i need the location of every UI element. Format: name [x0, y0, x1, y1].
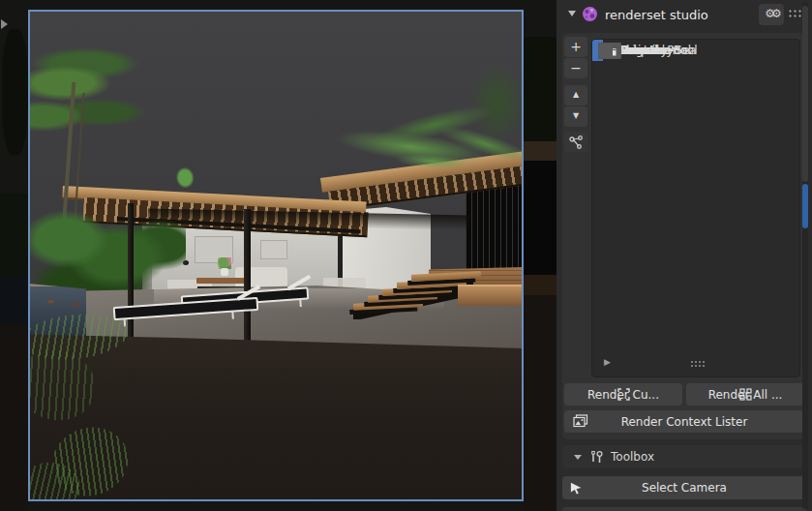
panel-title: renderset studio	[605, 8, 708, 22]
context-tools-icon[interactable]	[564, 132, 587, 152]
toolbox-label: Toolbox	[611, 450, 654, 464]
remove-context-button[interactable]: −	[564, 58, 587, 78]
viewport-region[interactable]	[0, 0, 556, 511]
passepartout-slat-wall-right	[524, 161, 556, 275]
add-context-button[interactable]: +	[564, 37, 587, 57]
render-context-row[interactable]: 35_Drone	[592, 40, 603, 61]
blender-window: renderset studio ⚙⚙ + − ▲ ▼	[0, 0, 812, 511]
render-context-list[interactable]: 01_Terrace 02_Street	[591, 39, 800, 377]
list-resize-grip-icon[interactable]	[690, 360, 705, 367]
settings-gears-icon[interactable]: ⚙⚙	[759, 4, 784, 25]
active-camera-border	[28, 10, 524, 501]
renderset-logo-icon	[582, 6, 598, 22]
cursor-arrow-icon	[570, 481, 584, 495]
render-context-lister-button[interactable]: Render Context Lister	[564, 410, 804, 433]
passepartout-planter-right	[524, 275, 556, 295]
passepartout-palm-left	[2, 29, 28, 155]
passepartout-roof-right	[524, 141, 556, 161]
render-all-button[interactable]: Render All ...	[686, 383, 804, 406]
tools-icon	[589, 450, 604, 465]
renderset-panel-body: + − ▲ ▼ 01_Terrace	[562, 33, 806, 439]
render-checkbox[interactable]	[598, 44, 613, 58]
move-up-button[interactable]: ▲	[564, 85, 587, 105]
passepartout-ground-left	[0, 323, 28, 511]
scrollbar-thumb-highlight[interactable]	[802, 184, 808, 228]
render-current-button[interactable]: Render Cu...	[564, 383, 682, 406]
scrollbar-thumb[interactable]	[802, 6, 808, 182]
passepartout-plants-left	[0, 194, 28, 290]
chevron-down-icon	[574, 455, 582, 460]
list-expand-arrow-icon[interactable]: ▶	[604, 357, 611, 367]
panel-collapse-chevron-icon[interactable]	[568, 11, 576, 16]
sidebar-panel: renderset studio ⚙⚙ + − ▲ ▼	[556, 0, 812, 511]
passepartout-pool-left	[0, 277, 28, 325]
region-expand-arrow-icon[interactable]	[1, 19, 8, 29]
move-down-button[interactable]: ▼	[564, 106, 587, 127]
image-stack-icon	[572, 414, 588, 429]
list-footer: ▶	[592, 355, 799, 371]
toolbox-panel-header[interactable]: Toolbox	[562, 445, 806, 468]
passepartout-palm-right	[524, 37, 556, 141]
partial-next-button[interactable]	[562, 507, 806, 511]
select-camera-button[interactable]: Select Camera	[562, 476, 806, 499]
passepartout-ground-right	[524, 295, 556, 511]
